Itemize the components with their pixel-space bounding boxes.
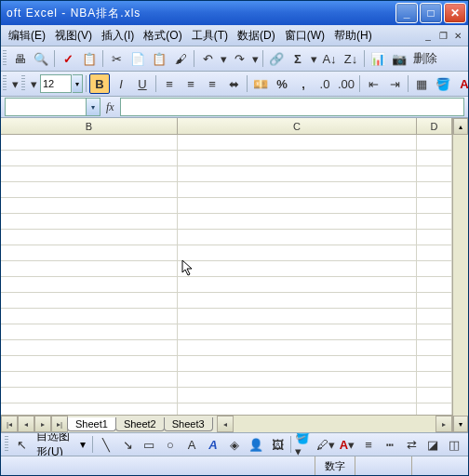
shadow-icon[interactable]: ◪ xyxy=(422,434,443,455)
textbox-icon[interactable]: A xyxy=(181,434,202,455)
font-color-icon[interactable]: A xyxy=(454,73,468,94)
cell[interactable] xyxy=(1,340,178,355)
cell[interactable] xyxy=(178,151,417,165)
table-row[interactable] xyxy=(1,356,452,372)
cell[interactable] xyxy=(417,340,452,355)
select-objects-icon[interactable]: ↖ xyxy=(11,434,32,455)
font-color-icon[interactable]: A▾ xyxy=(337,434,357,455)
vertical-scrollbar[interactable]: ▴ ▾ xyxy=(452,118,468,432)
cell[interactable] xyxy=(1,277,178,292)
cell[interactable] xyxy=(1,214,178,229)
format-painter-icon[interactable]: 🖌 xyxy=(170,48,191,69)
doc-restore-button[interactable]: ❐ xyxy=(436,29,449,42)
italic-button[interactable]: I xyxy=(111,73,131,94)
cell[interactable] xyxy=(417,214,452,229)
tab-nav-first-icon[interactable]: |◂ xyxy=(1,416,18,432)
cell[interactable] xyxy=(178,293,417,308)
chart-icon[interactable]: 📊 xyxy=(368,48,388,69)
cell[interactable] xyxy=(178,277,417,292)
cell[interactable] xyxy=(1,182,178,197)
scroll-down-icon[interactable]: ▾ xyxy=(453,416,468,432)
3d-icon[interactable]: ◫ xyxy=(444,434,464,455)
autoshapes-button[interactable]: 自选图形(U) ▾ xyxy=(33,432,89,456)
line-icon[interactable]: ╲ xyxy=(96,434,116,455)
menu-format[interactable]: 格式(O) xyxy=(140,26,185,46)
align-right-icon[interactable]: ≡ xyxy=(202,73,222,94)
paste-icon[interactable]: 📋 xyxy=(149,48,169,69)
cell[interactable] xyxy=(1,403,178,415)
column-header-d[interactable]: D xyxy=(417,118,452,135)
cell[interactable] xyxy=(417,166,452,181)
line-style-icon[interactable]: ≡ xyxy=(358,434,379,455)
cell[interactable] xyxy=(1,151,178,165)
research-icon[interactable]: 📋 xyxy=(79,48,100,69)
table-row[interactable] xyxy=(1,261,452,277)
cell[interactable] xyxy=(417,324,452,339)
table-row[interactable] xyxy=(1,135,452,151)
tab-sheet3[interactable]: Sheet3 xyxy=(164,417,213,431)
cell[interactable] xyxy=(178,388,417,403)
percent-icon[interactable]: % xyxy=(272,73,292,94)
minimize-button[interactable]: _ xyxy=(395,3,418,23)
scroll-up-icon[interactable]: ▴ xyxy=(453,118,468,135)
table-row[interactable] xyxy=(1,166,452,182)
cut-icon[interactable]: ✂ xyxy=(106,48,127,69)
cell[interactable] xyxy=(178,403,417,415)
cell[interactable] xyxy=(417,135,452,150)
tab-sheet2[interactable]: Sheet2 xyxy=(115,417,165,431)
dropdown-icon[interactable]: ▾ xyxy=(250,48,260,69)
cell[interactable] xyxy=(178,214,417,229)
table-row[interactable] xyxy=(1,151,452,166)
dash-style-icon[interactable]: ┅ xyxy=(380,434,400,455)
cell[interactable] xyxy=(1,324,178,339)
cell-grid[interactable] xyxy=(1,135,452,415)
cell[interactable] xyxy=(417,309,452,324)
borders-icon[interactable]: ▦ xyxy=(411,73,432,94)
menu-data[interactable]: 数据(D) xyxy=(234,26,279,46)
cell[interactable] xyxy=(417,372,452,387)
cell[interactable] xyxy=(178,166,417,181)
autosum-icon[interactable]: Σ xyxy=(288,48,308,69)
cell[interactable] xyxy=(417,198,452,213)
menu-help[interactable]: 帮助(H) xyxy=(330,26,376,46)
currency-icon[interactable]: 💴 xyxy=(250,73,271,94)
cell[interactable] xyxy=(417,261,452,276)
cell[interactable] xyxy=(178,261,417,276)
doc-close-button[interactable]: ✕ xyxy=(451,29,464,42)
arrow-icon[interactable]: ↘ xyxy=(117,434,138,455)
delete-button[interactable]: 删除 xyxy=(410,48,440,69)
cell[interactable] xyxy=(417,403,452,415)
table-row[interactable] xyxy=(1,230,452,245)
table-row[interactable] xyxy=(1,245,452,261)
cell[interactable] xyxy=(1,388,178,403)
increase-decimal-icon[interactable]: .0 xyxy=(315,73,335,94)
cell[interactable] xyxy=(417,245,452,260)
cell[interactable] xyxy=(178,356,417,371)
cell[interactable] xyxy=(1,245,178,260)
bold-button[interactable]: B xyxy=(89,73,110,94)
cell[interactable] xyxy=(1,166,178,181)
line-color-icon[interactable]: 🖊▾ xyxy=(315,434,336,455)
column-header-b[interactable]: B xyxy=(1,118,178,135)
undo-icon[interactable]: ↶ xyxy=(197,48,218,69)
underline-button[interactable]: U xyxy=(132,73,153,94)
table-row[interactable] xyxy=(1,372,452,388)
merge-icon[interactable]: ⬌ xyxy=(223,73,244,94)
toolbar-grip[interactable] xyxy=(3,75,7,92)
table-row[interactable] xyxy=(1,182,452,198)
table-row[interactable] xyxy=(1,388,452,403)
print-preview-icon[interactable]: 🔍 xyxy=(31,48,51,69)
spelling-icon[interactable]: ✓ xyxy=(58,48,78,69)
cell[interactable] xyxy=(178,340,417,355)
cell[interactable] xyxy=(178,198,417,213)
cell[interactable] xyxy=(178,245,417,260)
column-header-c[interactable]: C xyxy=(178,118,417,135)
menu-window[interactable]: 窗口(W) xyxy=(281,26,328,46)
cell[interactable] xyxy=(178,372,417,387)
camera-icon[interactable]: 📷 xyxy=(389,48,409,69)
table-row[interactable] xyxy=(1,340,452,356)
horizontal-scrollbar[interactable]: ◂ ▸ xyxy=(217,416,452,432)
tab-nav-prev-icon[interactable]: ◂ xyxy=(18,416,34,432)
rectangle-icon[interactable]: ▭ xyxy=(139,434,159,455)
cell[interactable] xyxy=(1,356,178,371)
